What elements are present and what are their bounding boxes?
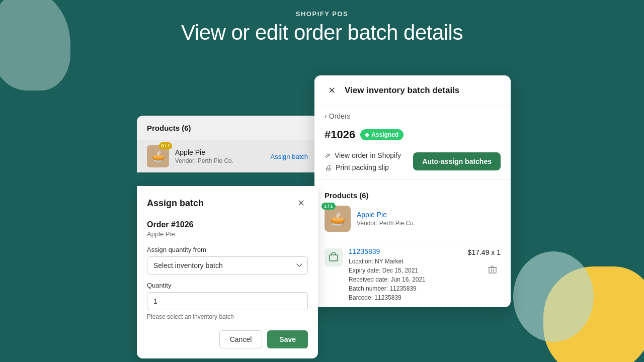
action-row: ⇗ View order in Shopify 🖨 Print packing … [314,147,511,175]
products-header: Products (6) [325,191,501,200]
batch-expiry: Expiry date: Dec 15, 2021 [349,266,462,275]
batch-details: 11235839 Location: NY Market Expiry date… [349,247,462,302]
assign-batch-modal: Assign batch ✕ Order #1026 Apple Pie Ass… [137,186,318,358]
right-product-thumb: 🥧 1 / 1 [325,206,351,232]
batch-barcode: Barcode: 11235839 [349,293,462,302]
modal-product-name: Apple Pie [147,230,308,238]
external-link-icon: ⇗ [325,151,331,159]
right-product-info: Apple Pie Vendor: Perth Pie Co. [357,211,415,227]
right-product-name[interactable]: Apple Pie [357,211,415,219]
view-order-link[interactable]: ⇗ View order in Shopify [325,151,401,159]
inventory-batch-select[interactable]: Select inventory batch [147,256,308,275]
batch-received: Received date: Jun 16, 2021 [349,275,462,284]
status-label: Assigned [371,131,398,138]
product-badge: 0 / 1 [159,142,172,149]
svg-rect-0 [330,255,338,261]
assign-quantity-label: Assign quantity from [147,246,308,253]
product-info: Apple Pie Vendor: Perth Pie Co. [175,148,271,164]
batch-location: Location: NY Market [349,257,462,266]
batch-icon [325,248,343,266]
brand-label: SHOPIFY POS [0,10,644,18]
left-products-header: Products (6) [137,116,318,140]
right-product-badge: 1 / 1 [321,203,336,210]
print-label: Print packing slip [336,163,389,171]
back-label: Orders [329,112,351,120]
modal-title: Assign batch [147,198,204,209]
divider [314,179,511,180]
product-emoji: 🥧 [151,150,165,163]
right-panel-header: ✕ View inventory batch details [314,75,511,106]
back-navigation[interactable]: ‹ Orders [314,106,511,126]
page-title: View or edit order batch details [0,21,644,45]
modal-header: Assign batch ✕ [147,196,308,210]
batch-right-col: $17.49 x 1 [468,247,501,278]
batch-meta: Location: NY Market Expiry date: Dec 15,… [349,257,462,302]
view-order-label: View order in Shopify [335,151,401,159]
panel-close-button[interactable]: ✕ [325,83,339,98]
svg-rect-1 [489,267,496,273]
modal-close-button[interactable]: ✕ [294,196,308,210]
products-section: Products (6) 🥧 1 / 1 Apple Pie Vendor: P… [314,184,511,242]
cancel-button[interactable]: Cancel [219,330,263,348]
batch-number: Batch number: 11235839 [349,284,462,293]
print-icon: 🖨 [325,163,332,171]
order-number: #1026 [325,128,355,141]
auto-assign-button[interactable]: Auto-assign batches [413,152,501,170]
right-product-row: 🥧 1 / 1 Apple Pie Vendor: Perth Pie Co. [325,206,501,232]
assign-batch-link[interactable]: Assign batch [271,153,308,160]
status-dot [365,133,369,137]
right-panel: ✕ View inventory batch details ‹ Orders … [314,75,511,307]
quantity-input[interactable] [147,292,308,310]
status-badge: Assigned [360,129,404,140]
action-links: ⇗ View order in Shopify 🖨 Print packing … [325,151,401,171]
modal-actions: Cancel Save [147,330,308,348]
product-name: Apple Pie [175,148,271,156]
chevron-left-icon: ‹ [325,112,327,120]
quantity-label: Quantity [147,282,308,289]
header-section: SHOPIFY POS View or edit order batch det… [0,10,644,45]
right-product-vendor: Vendor: Perth Pie Co. [357,220,415,227]
batch-price: $17.49 x 1 [468,248,501,256]
print-packing-link[interactable]: 🖨 Print packing slip [325,163,401,171]
save-button[interactable]: Save [267,330,308,348]
validation-message: Please select an inventory batch [147,313,308,320]
batch-id[interactable]: 11235839 [349,247,462,255]
product-vendor: Vendor: Perth Pie Co. [175,157,271,164]
left-products-panel: Products (6) 🥧 0 / 1 Apple Pie Vendor: P… [137,116,318,172]
batch-delete-button[interactable] [485,261,501,278]
right-product-emoji: 🥧 [330,211,346,227]
bg-decoration-teal [513,251,594,342]
product-thumb-container: 🥧 0 / 1 [147,145,169,167]
order-info-row: #1026 Assigned [314,126,511,147]
product-row: 🥧 0 / 1 Apple Pie Vendor: Perth Pie Co. … [137,140,318,172]
modal-order-number: Order #1026 [147,220,308,229]
batch-item-row: 11235839 Location: NY Market Expiry date… [314,242,511,307]
panel-title: View inventory batch details [345,85,459,96]
